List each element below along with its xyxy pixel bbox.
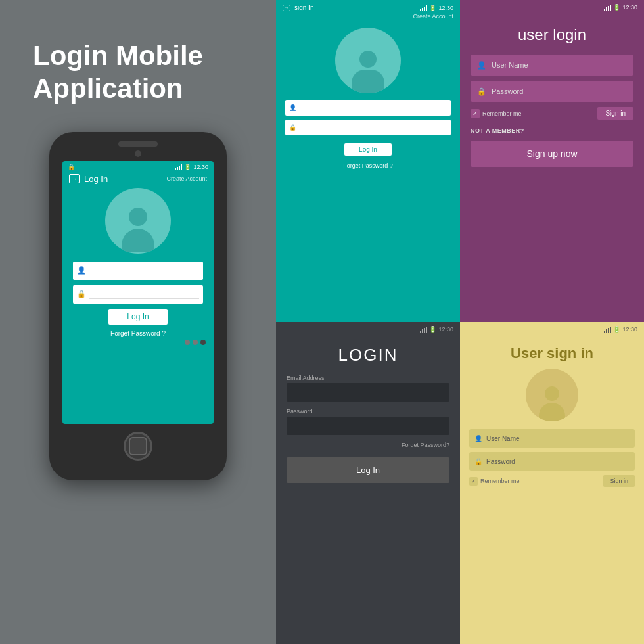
dark-signal bbox=[420, 326, 427, 333]
phone-battery-icon: 🔋 bbox=[184, 164, 191, 170]
dark-forget-password: Forget Password? bbox=[276, 442, 460, 448]
avatar-body bbox=[122, 229, 154, 252]
yellow-user-icon: 👤 bbox=[474, 435, 482, 442]
phone-screen-header: → Log In Create Account bbox=[62, 173, 214, 188]
dark-password-label: Password bbox=[276, 408, 460, 415]
teal-password-field[interactable]: 🔒 bbox=[285, 120, 451, 135]
phone-body: 🔒 🔋 12:30 → bbox=[49, 132, 227, 480]
right-panels: → sign In 🔋 12:30 Create Account bbox=[276, 0, 644, 644]
teal-avatar-body bbox=[352, 70, 384, 93]
yellow-remember-left: ✓ Remember me bbox=[469, 477, 520, 486]
purple-status-icons: 🔋 12:30 bbox=[604, 4, 637, 11]
purple-remember-row: ✓ Remember me Sign in bbox=[460, 107, 644, 120]
teal-status-icons: 🔋 12:30 bbox=[420, 5, 453, 11]
panel-yellow-login: 🔋 12:30 User sign in 👤 User Name 🔒 Passw… bbox=[460, 322, 644, 644]
yellow-title: User sign in bbox=[460, 345, 644, 362]
dark-password-field[interactable] bbox=[287, 417, 449, 435]
purple-remember-left: ✓ Remember me bbox=[471, 109, 522, 118]
yellow-avatar-body bbox=[539, 403, 565, 421]
phone-status-icons: 🔋 12:30 bbox=[175, 164, 208, 170]
phone-login-label: → Log In bbox=[69, 174, 108, 184]
left-section: Login Mobile Application 🔒 bbox=[0, 0, 276, 644]
purple-checkbox[interactable]: ✓ bbox=[471, 109, 480, 118]
purple-username-field[interactable]: 👤 User Name bbox=[471, 55, 633, 76]
yellow-password-field[interactable]: 🔒 Password bbox=[469, 452, 635, 471]
purple-title: user login bbox=[460, 26, 644, 44]
phone-login-button[interactable]: Log In bbox=[108, 309, 167, 325]
teal-arrow-icon: → bbox=[283, 5, 290, 11]
phone-camera bbox=[135, 150, 141, 157]
teal-avatar bbox=[335, 28, 401, 93]
purple-status-bar: 🔋 12:30 bbox=[460, 0, 644, 12]
yellow-username-field[interactable]: 👤 User Name bbox=[469, 429, 635, 448]
phone-lock-icon: 🔒 bbox=[68, 164, 75, 170]
panel-dark-login: 🔋 12:30 LOGIN Email Address Password For… bbox=[276, 322, 460, 644]
phone-mockup: 🔒 🔋 12:30 → bbox=[49, 132, 227, 480]
teal-lock-icon: 🔒 bbox=[289, 124, 297, 131]
teal-avatar-head bbox=[359, 51, 377, 68]
purple-not-member: NOT A MEMBER? bbox=[460, 127, 644, 134]
panel-purple-login: 🔋 12:30 user login 👤 User Name 🔒 Passwor… bbox=[460, 0, 644, 322]
panel-teal-login: → sign In 🔋 12:30 Create Account bbox=[276, 0, 460, 322]
phone-avatar bbox=[105, 188, 171, 254]
phone-password-field[interactable]: 🔒 bbox=[73, 285, 203, 304]
yellow-signal bbox=[604, 326, 611, 333]
phone-username-field[interactable]: 👤 bbox=[73, 262, 203, 280]
dark-title: LOGIN bbox=[276, 345, 460, 365]
dark-email-field[interactable] bbox=[287, 383, 449, 402]
dark-status-bar: 🔋 12:30 bbox=[276, 322, 460, 334]
phone-home-button[interactable] bbox=[124, 432, 152, 461]
lock-icon: 🔒 bbox=[77, 290, 86, 299]
yellow-checkbox[interactable]: ✓ bbox=[469, 477, 478, 486]
yellow-lock-icon: 🔒 bbox=[474, 458, 482, 465]
yellow-sign-in-button[interactable]: Sign in bbox=[603, 475, 635, 487]
main-title: Login Mobile Application bbox=[33, 39, 230, 106]
user-icon: 👤 bbox=[77, 266, 86, 275]
avatar-silhouette bbox=[118, 208, 158, 254]
purple-signup-button[interactable]: Sign up now bbox=[471, 141, 633, 167]
dark-email-label: Email Address bbox=[276, 375, 460, 381]
yellow-status-bar: 🔋 12:30 bbox=[460, 322, 644, 334]
yellow-status-icons: 🔋 12:30 bbox=[604, 326, 637, 333]
purple-user-icon: 👤 bbox=[477, 61, 486, 70]
phone-create-account[interactable]: Create Account bbox=[166, 175, 207, 182]
teal-create-account[interactable]: Create Account bbox=[276, 13, 460, 22]
purple-sign-in-button[interactable]: Sign in bbox=[597, 107, 633, 120]
dark-login-button[interactable]: Log In bbox=[287, 457, 449, 483]
phone-time: 12:30 bbox=[193, 164, 208, 170]
home-button-inner bbox=[129, 437, 147, 455]
teal-login-header-left: → sign In bbox=[283, 4, 313, 11]
teal-signal bbox=[420, 5, 427, 11]
yellow-avatar bbox=[526, 369, 578, 421]
teal-login-button[interactable]: Log In bbox=[344, 143, 392, 156]
yellow-avatar-head bbox=[545, 386, 559, 401]
phone-speaker bbox=[118, 141, 158, 147]
phone-forget-password: Forget Password ? bbox=[62, 330, 214, 337]
teal-status-bar: → sign In 🔋 12:30 bbox=[276, 0, 460, 13]
avatar-head bbox=[129, 208, 147, 226]
dark-status-icons: 🔋 12:30 bbox=[420, 326, 453, 333]
purple-password-field[interactable]: 🔒 Password bbox=[471, 81, 633, 102]
phone-dots bbox=[62, 340, 214, 345]
phone-status-bar: 🔒 🔋 12:30 bbox=[62, 161, 214, 173]
teal-forget-password: Forget Password ? bbox=[276, 162, 460, 169]
signal-bars bbox=[175, 164, 182, 170]
phone-screen: 🔒 🔋 12:30 → bbox=[62, 161, 214, 424]
purple-lock-icon: 🔒 bbox=[477, 87, 486, 96]
teal-user-icon: 👤 bbox=[289, 104, 297, 111]
teal-username-field[interactable]: 👤 bbox=[285, 100, 451, 116]
yellow-remember-row: ✓ Remember me Sign in bbox=[460, 475, 644, 487]
arrow-icon: → bbox=[69, 174, 80, 183]
purple-signal bbox=[604, 4, 611, 11]
